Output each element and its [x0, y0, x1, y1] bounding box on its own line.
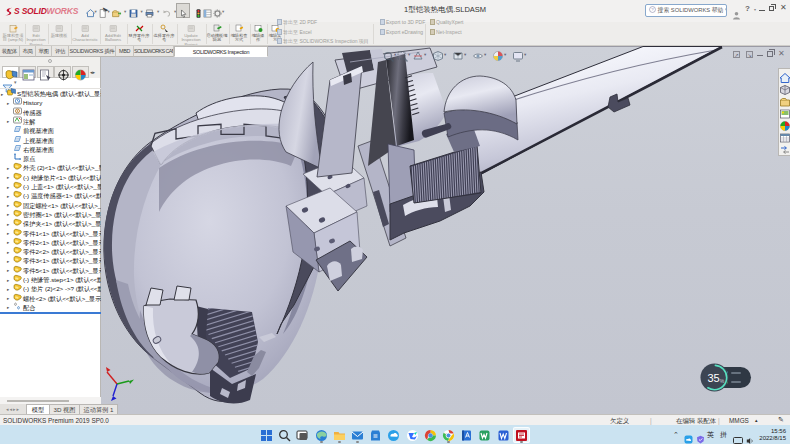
svg-text:?: ?	[651, 7, 654, 12]
svg-text:35: 35	[707, 372, 719, 384]
svg-text:%: %	[720, 378, 725, 384]
